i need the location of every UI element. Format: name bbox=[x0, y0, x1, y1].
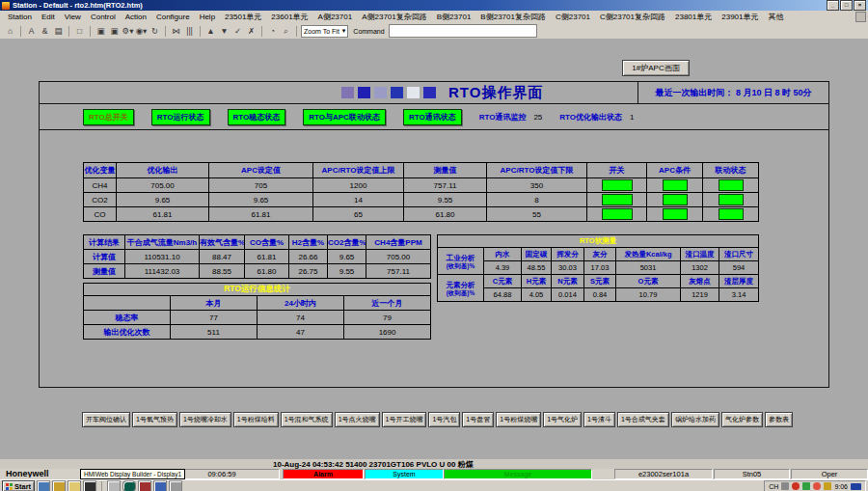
rto-master-switch-button[interactable]: RTO总开关 bbox=[83, 109, 134, 125]
refresh-icon[interactable]: ↻ bbox=[149, 25, 161, 38]
menu-item-c23701-loop[interactable]: C侧23701复杂回路 bbox=[595, 12, 670, 22]
menu-item-b23701[interactable]: B侧23701 bbox=[432, 12, 476, 22]
message-zone[interactable]: Message bbox=[444, 469, 592, 479]
monitor-icon[interactable] bbox=[37, 480, 50, 491]
nav-button-gasifier-params[interactable]: 气化炉参数 bbox=[721, 412, 763, 427]
table-row: 输出优化次数 511 47 1690 bbox=[84, 325, 431, 340]
settings-icon[interactable]: ⚙▾ bbox=[122, 25, 134, 38]
color-square bbox=[391, 87, 403, 98]
prompt-icon[interactable] bbox=[83, 480, 96, 491]
clock[interactable]: 9:06 bbox=[834, 483, 848, 490]
accept-icon[interactable]: ✓ bbox=[231, 25, 244, 38]
alarm-ack-icon[interactable]: & bbox=[39, 25, 51, 38]
home-icon[interactable]: ⌂ bbox=[4, 25, 16, 38]
nav-button-oxygen-preheat[interactable]: 1号氧气预热 bbox=[132, 412, 177, 427]
apc-condition-cell bbox=[647, 193, 703, 207]
menu-overflow-button[interactable] bbox=[855, 12, 866, 22]
print-icon[interactable]: ▤ bbox=[52, 25, 65, 38]
system-zone[interactable]: System bbox=[365, 469, 444, 479]
folder-icon[interactable] bbox=[68, 480, 81, 491]
printer-tray-icon[interactable] bbox=[781, 482, 789, 490]
row-header: 测量值 bbox=[84, 264, 125, 279]
nav-button-syngas-jacket[interactable]: 1号合成气夹套 bbox=[617, 412, 669, 427]
nav-button-ignition-burner[interactable]: 1号点火烧嘴 bbox=[335, 412, 380, 427]
rto-apc-link-status-button[interactable]: RTO与APC联动状态 bbox=[303, 109, 386, 125]
col-header: 内水 bbox=[484, 248, 522, 261]
alarm-zone[interactable]: Alarm bbox=[283, 469, 364, 479]
switch-indicator[interactable] bbox=[602, 179, 633, 191]
raise-icon[interactable]: ▲ bbox=[204, 25, 217, 38]
photos-icon[interactable] bbox=[52, 480, 66, 491]
menu-item-unit23901[interactable]: 23901单元 bbox=[717, 12, 763, 22]
row-header: 输出优化次数 bbox=[84, 325, 171, 340]
menu-item-c23701[interactable]: C侧23701 bbox=[551, 12, 595, 22]
history-icon[interactable]: ◔ bbox=[266, 25, 279, 38]
zoom-select[interactable]: Zoom To Fit ▾ bbox=[301, 25, 348, 38]
minimize-button[interactable]: _ bbox=[827, 0, 839, 11]
menu-item-control[interactable]: Control bbox=[86, 13, 121, 21]
cell-value: 757.11 bbox=[366, 264, 431, 279]
ok-tray-icon[interactable] bbox=[802, 482, 810, 490]
menu-item-other[interactable]: 其他 bbox=[764, 12, 789, 22]
menu-item-configure[interactable]: Configure bbox=[151, 13, 195, 21]
launcher-icon[interactable] bbox=[107, 480, 121, 491]
page-back-icon[interactable]: ▣ bbox=[95, 25, 107, 38]
command-input[interactable] bbox=[389, 24, 537, 38]
nav-button-param-table[interactable]: 参数表 bbox=[765, 412, 793, 427]
switch-indicator[interactable] bbox=[602, 194, 633, 205]
lower-icon[interactable]: ▼ bbox=[218, 25, 231, 38]
nav-button-steam-drum[interactable]: 1号汽包 bbox=[428, 412, 460, 427]
menu-item-unit23501[interactable]: 23501单元 bbox=[220, 12, 266, 22]
nav-button-burner-cooling[interactable]: 1号烧嘴冷却水 bbox=[179, 412, 231, 427]
trend-icon[interactable]: ||| bbox=[183, 25, 196, 38]
globe-icon[interactable] bbox=[122, 480, 136, 491]
menu-item-view[interactable]: View bbox=[60, 13, 86, 21]
menu-item-unit23601[interactable]: 23601单元 bbox=[266, 12, 312, 22]
window-icon[interactable] bbox=[153, 480, 167, 491]
alert-tray-icon[interactable] bbox=[813, 482, 821, 490]
error-tray-icon[interactable] bbox=[792, 482, 800, 490]
alarm-summary-icon[interactable]: A bbox=[25, 25, 38, 38]
rto-comm-status-button[interactable]: RTO通讯状态 bbox=[403, 109, 462, 125]
menu-item-action[interactable]: Action bbox=[121, 13, 151, 21]
comm-monitor-value: 25 bbox=[533, 113, 542, 122]
menu-item-a23701[interactable]: A侧23701 bbox=[313, 12, 358, 22]
stop-icon[interactable]: □ bbox=[73, 25, 86, 38]
nav-button-slag-hopper[interactable]: 1号渣斗 bbox=[583, 412, 615, 427]
find-icon[interactable]: ⌕ bbox=[280, 25, 292, 38]
app-icon[interactable] bbox=[169, 480, 182, 491]
col-header: 干合成气流量Nm3/h bbox=[125, 235, 200, 250]
variable-name: CO bbox=[84, 207, 117, 222]
nav-button-coal-burner[interactable]: 1号粉煤烧嘴 bbox=[496, 412, 541, 427]
nav-button-mixed-gas[interactable]: 1号混和气系统 bbox=[281, 412, 333, 427]
menu-item-a23701-loop[interactable]: A侧23701复杂回路 bbox=[357, 12, 432, 22]
rto-steady-status-button[interactable]: RTO稳态状态 bbox=[228, 109, 286, 125]
col-header bbox=[84, 296, 171, 311]
nav-button-valve-confirm[interactable]: 开车阀位确认 bbox=[82, 412, 130, 427]
menu-item-edit[interactable]: Edit bbox=[37, 13, 60, 21]
paint-icon[interactable] bbox=[138, 480, 151, 491]
updates-tray-icon[interactable] bbox=[824, 482, 831, 490]
maximize-button[interactable]: □ bbox=[840, 0, 853, 11]
menu-item-unit23801[interactable]: 23801单元 bbox=[670, 12, 717, 22]
start-button[interactable]: Start bbox=[2, 480, 35, 491]
language-indicator[interactable]: CH bbox=[769, 483, 778, 490]
nav-button-boiler-dosing[interactable]: 锅炉给水加药 bbox=[671, 412, 719, 427]
close-button[interactable]: × bbox=[854, 0, 866, 11]
nav-button-coal-feed[interactable]: 1号粉煤给料 bbox=[233, 412, 279, 427]
page-forward-icon[interactable]: ▣ bbox=[108, 25, 121, 38]
rto-run-status-button[interactable]: RTO运行状态 bbox=[151, 109, 210, 125]
switch-indicator[interactable] bbox=[602, 208, 633, 220]
menu-item-station[interactable]: Station bbox=[3, 13, 37, 21]
detach-icon[interactable]: ⋈ bbox=[170, 25, 182, 38]
alarm-message-line[interactable]: 10-Aug-24 04:53:42 51400 23701GT106 PVLO… bbox=[0, 459, 868, 469]
apc-screen-button[interactable]: 1#炉APC画面 bbox=[622, 60, 690, 76]
nav-button-startup-burner[interactable]: 1号开工烧嘴 bbox=[382, 412, 427, 427]
record-icon[interactable]: ◉▾ bbox=[135, 25, 148, 38]
menu-item-b23701-loop[interactable]: B侧23701复杂回路 bbox=[475, 12, 551, 22]
apc-condition-cell bbox=[647, 178, 703, 193]
nav-button-gasifier[interactable]: 1号气化炉 bbox=[543, 412, 582, 427]
nav-button-coil[interactable]: 1号盘管 bbox=[462, 412, 494, 427]
menu-item-help[interactable]: Help bbox=[195, 13, 220, 21]
cancel-icon[interactable]: ✗ bbox=[245, 25, 258, 38]
